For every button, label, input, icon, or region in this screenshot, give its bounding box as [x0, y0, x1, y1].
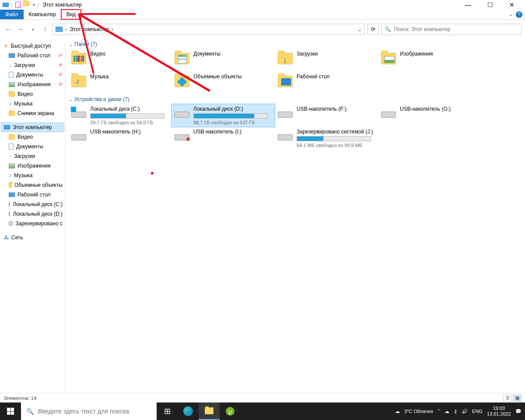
folder-documents[interactable]: Документы	[172, 49, 275, 72]
sidebar-item-label: Документы	[16, 144, 43, 150]
qat-properties-icon[interactable]: ✓	[15, 2, 21, 8]
sidebar-pc-documents[interactable]: Документы	[1, 142, 64, 151]
drive-c[interactable]: Локальный диск (C:) 29,7 ГБ свободно из …	[68, 104, 172, 127]
breadcrumb-label[interactable]: Этот компьютер	[70, 26, 109, 32]
drive-icon	[175, 134, 189, 140]
sidebar-pc-pictures[interactable]: Изображения	[1, 161, 64, 171]
tab-view[interactable]: Вид	[61, 10, 81, 19]
downloads-icon: ↓	[9, 62, 11, 68]
drive-icon	[71, 134, 86, 140]
drive-f[interactable]: USB-накопитель (F:)	[275, 104, 378, 127]
desktop-icon	[9, 192, 15, 197]
folders-grid: Видео Документы Загрузки Изображения Муз…	[68, 49, 525, 94]
notifications-icon[interactable]: 💬	[515, 409, 522, 414]
wifi-icon[interactable]: ⚷	[454, 409, 457, 414]
sidebar-pc-drive-c[interactable]: Локальный диск (C:)	[1, 200, 64, 209]
drive-i[interactable]: USB-накопитель (I:)	[172, 127, 275, 150]
breadcrumb[interactable]: › Этот компьютер › ⌄	[52, 24, 365, 35]
tab-computer[interactable]: Компьютер	[24, 10, 61, 19]
sidebar-item-pictures[interactable]: Изображения	[1, 80, 64, 89]
weather-icon[interactable]: ☁	[395, 409, 400, 414]
drives-grid: Локальный диск (C:) 29,7 ГБ свободно из …	[68, 104, 525, 150]
ribbon: Файл Компьютер Вид ⌄ ?	[0, 10, 525, 20]
breadcrumb-chevron-icon[interactable]: ›	[65, 26, 67, 32]
qat-dropdown-icon[interactable]: ▾	[33, 3, 35, 7]
music-icon: ♪	[9, 101, 11, 107]
sidebar-item-screenshots[interactable]: Снимки экрана	[1, 108, 64, 118]
breadcrumb-dropdown-icon[interactable]: ⌄	[357, 26, 362, 32]
tab-file[interactable]: Файл	[0, 10, 24, 19]
sidebar-item-label: Снимки экрана	[18, 110, 54, 116]
sidebar-item-label: Документы	[16, 72, 43, 78]
close-button[interactable]: ✕	[506, 1, 518, 9]
search-box[interactable]: 🔍	[382, 24, 522, 35]
start-button[interactable]	[0, 402, 21, 420]
sidebar-pc-music[interactable]: ♪Музыка	[1, 171, 64, 180]
ribbon-collapse-icon[interactable]: ⌄	[509, 11, 513, 18]
folder-downloads[interactable]: Загрузки	[275, 49, 378, 72]
language-indicator[interactable]: ENG	[472, 409, 483, 414]
nav-recent-icon[interactable]: ▾	[28, 27, 38, 32]
sidebar-item-music[interactable]: ♪Музыка	[1, 99, 64, 108]
onedrive-icon[interactable]: ☁	[444, 409, 449, 414]
volume-icon[interactable]: 🔊	[462, 409, 468, 414]
folders-group-header[interactable]: ⌄ Папки (7)	[68, 39, 525, 49]
tray-clock[interactable]: 19:03 13.01.2022	[487, 406, 511, 417]
drive-g[interactable]: USB-накопитель (G:)	[378, 104, 481, 127]
tray-overflow-icon[interactable]: ˄	[438, 409, 440, 414]
taskbar-explorer[interactable]	[199, 402, 220, 420]
drives-group-header[interactable]: ⌄ Устройства и диски (7)	[68, 94, 525, 104]
taskview-button[interactable]: ⊞	[157, 402, 178, 420]
sidebar-pc-desktop[interactable]: Рабочий стол	[1, 190, 64, 200]
refresh-button[interactable]: ⟳	[368, 24, 379, 35]
drive-usage-bar	[90, 113, 164, 119]
drive-icon	[175, 112, 189, 118]
nav-forward-icon[interactable]: →	[16, 25, 25, 33]
sidebar-pc-3dobjects[interactable]: Объемные объекты	[1, 180, 64, 190]
view-details-button[interactable]: ☰	[503, 395, 512, 402]
sidebar-item-label: Локальный диск (D:)	[13, 211, 63, 217]
qat-divider: |	[38, 2, 39, 8]
drive-h[interactable]: USB-накопитель (H:)	[68, 127, 172, 150]
folder-icon	[381, 53, 396, 64]
sidebar-pc-videos[interactable]: Видео	[1, 132, 64, 142]
help-icon[interactable]: ?	[516, 11, 522, 18]
sidebar-network[interactable]: 🖧 Сеть	[1, 233, 64, 242]
folders-header-label: Папки (7)	[74, 41, 97, 47]
drive-j[interactable]: Зарезервировано системой (J:) 64,1 МБ св…	[275, 127, 378, 150]
qat-newfolder-icon[interactable]	[23, 1, 30, 8]
sidebar-this-pc[interactable]: Этот компьютер	[1, 122, 64, 132]
drive-icon	[9, 212, 10, 216]
sidebar-pc-downloads[interactable]: ↓Загрузки	[1, 151, 64, 161]
weather-text[interactable]: 3°C Облачно	[404, 409, 433, 414]
sidebar-item-desktop[interactable]: Рабочий стол	[1, 51, 64, 60]
minimize-button[interactable]: —	[462, 1, 474, 9]
search-input[interactable]	[394, 26, 518, 32]
taskbar-edge[interactable]	[178, 402, 199, 420]
taskbar-utorrent[interactable]: µ	[220, 402, 241, 420]
nav-back-icon[interactable]: ←	[4, 25, 13, 33]
folder-pictures[interactable]: Изображения	[378, 49, 481, 72]
sidebar-item-downloads[interactable]: ↓Загрузки	[1, 60, 64, 70]
sidebar-item-videos[interactable]: Видео	[1, 89, 64, 99]
drive-d[interactable]: Локальный диск (D:) 98,7 ГБ свободно из …	[172, 104, 275, 127]
breadcrumb-chevron-icon[interactable]: ›	[112, 26, 113, 32]
folder-icon	[9, 135, 15, 140]
sidebar-pc-drive-d[interactable]: Локальный диск (D:)	[1, 209, 64, 219]
nav-up-icon[interactable]: ↑	[40, 25, 50, 33]
pictures-icon	[9, 82, 15, 87]
sidebar-pc-reserved[interactable]: Зарезервировано с	[1, 219, 64, 228]
sidebar-item-documents[interactable]: Документы	[1, 70, 64, 80]
folder-icon	[278, 76, 293, 87]
drive-icon	[71, 112, 86, 118]
taskbar-search[interactable]: 🔍 Введите здесь текст для поиска	[21, 402, 157, 420]
folder-desktop[interactable]: Рабочий стол	[275, 72, 378, 94]
view-tiles-button[interactable]: ▦	[513, 395, 522, 402]
folder-icon	[9, 92, 15, 97]
sidebar-quick-access[interactable]: ★ Быстрый доступ	[1, 41, 64, 51]
folder-videos[interactable]: Видео	[68, 49, 172, 72]
maximize-button[interactable]: ☐	[484, 1, 496, 9]
breadcrumb-pc-icon	[56, 27, 63, 32]
folder-3dobjects[interactable]: Объемные объекты	[172, 72, 275, 94]
folder-music[interactable]: Музыка	[68, 72, 172, 94]
